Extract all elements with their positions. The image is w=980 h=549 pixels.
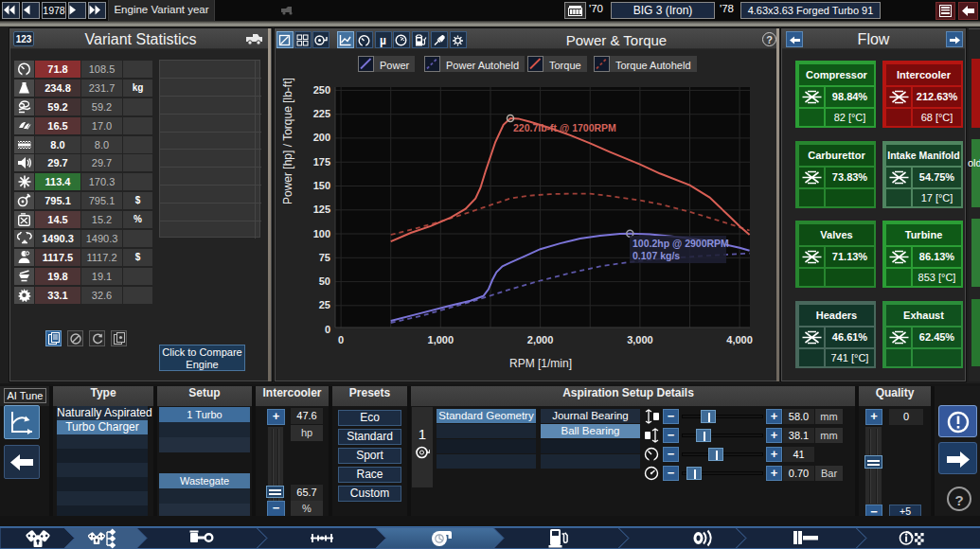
svg-text:125: 125 [313,204,330,215]
svg-text:175: 175 [313,156,330,168]
svg-text:150: 150 [313,180,330,191]
svg-text:75: 75 [319,252,330,263]
svg-text:3,000: 3,000 [627,334,653,345]
svg-text:4,000: 4,000 [726,334,753,345]
svg-text:225: 225 [313,108,330,119]
svg-text:0: 0 [338,334,344,345]
svg-text:25: 25 [319,299,330,310]
svg-text:0: 0 [325,324,330,335]
svg-text:1,000: 1,000 [428,334,454,345]
svg-text:100: 100 [313,228,330,239]
svg-text:200: 200 [313,132,330,143]
svg-text:50: 50 [319,275,330,287]
svg-text:250: 250 [313,84,330,96]
svg-text:2,000: 2,000 [527,334,554,345]
